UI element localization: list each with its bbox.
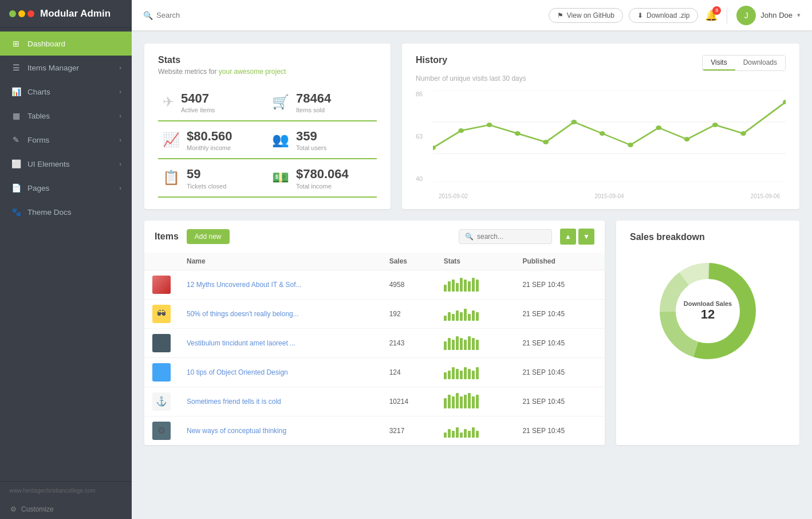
history-header: History Visits Downloads — [416, 55, 786, 71]
mini-bar — [448, 312, 451, 321]
sidebar-item-ui-elements[interactable]: ⬜ UI Elements › — [0, 152, 132, 176]
item-sales-cell: 4958 — [381, 270, 436, 299]
tab-visits[interactable]: Visits — [703, 56, 735, 70]
search-input[interactable] — [156, 11, 338, 19]
top-row: Stats Website metrics for your awesome p… — [144, 44, 799, 209]
item-link[interactable]: Sometimes friend tells it is cold — [187, 398, 281, 406]
sidebar-item-label: Forms — [27, 136, 49, 144]
col-thumb — [144, 253, 179, 270]
items-manager-icon: ☰ — [10, 63, 22, 72]
stat-value: 359 — [296, 129, 326, 143]
stat-active-items: ✈ 5407 Active items — [158, 86, 267, 121]
stats-subtitle-link[interactable]: your awesome project — [219, 68, 286, 76]
mini-bar — [468, 393, 471, 408]
item-link[interactable]: 50% of things doesn't really belong... — [187, 310, 299, 318]
ui-elements-icon: ⬜ — [10, 159, 22, 168]
sidebar-item-forms[interactable]: ✎ Forms › — [0, 128, 132, 152]
gear-icon: ⚙ — [10, 505, 17, 513]
ticket-icon: 📋 — [163, 170, 180, 186]
notification-badge: 8 — [712, 6, 721, 15]
stat-value: $80.560 — [187, 129, 232, 143]
item-thumbnail — [152, 334, 171, 352]
pages-icon: 📄 — [10, 183, 22, 192]
github-label: View on GitHub — [567, 11, 614, 19]
logo-circles — [9, 10, 34, 17]
item-link[interactable]: 10 tips of Object Oriented Design — [187, 368, 288, 376]
items-card: Items Add new 🔍 ▲ ▼ Name — [144, 221, 605, 445]
svg-point-14 — [712, 123, 718, 127]
x-label-3: 2015-09-06 — [751, 193, 780, 199]
mini-bar — [456, 336, 459, 350]
tab-downloads[interactable]: Downloads — [735, 56, 785, 70]
sales-card: Sales breakdown — [616, 221, 799, 445]
item-name-cell: 12 Myths Uncovered About IT & Sof... — [179, 270, 381, 299]
stat-label: Items sold — [296, 107, 331, 113]
item-sales-cell: 192 — [381, 299, 436, 328]
sort-desc-button[interactable]: ▼ — [578, 229, 594, 245]
logo-circle-green — [9, 10, 16, 17]
items-search-input[interactable] — [477, 233, 546, 241]
item-published-cell: 21 SEP 10:45 — [514, 357, 605, 387]
topbar-separator — [727, 7, 727, 23]
item-thumbnail: ⚓ — [152, 392, 171, 411]
item-link[interactable]: Vestibulum tincidunt amet laoreet ... — [187, 339, 295, 347]
col-published: Published — [514, 253, 605, 270]
logo-circle-yellow — [18, 10, 25, 17]
mini-bar — [444, 398, 447, 408]
sidebar: Modular Admin ⊞ Dashboard ☰ Items Manage… — [0, 0, 132, 519]
download-button[interactable]: ⬇ Download .zip — [629, 8, 698, 23]
svg-point-15 — [740, 131, 746, 136]
sidebar-item-pages[interactable]: 📄 Pages › — [0, 176, 132, 200]
y-label-low: 40 — [416, 175, 431, 182]
sort-asc-button[interactable]: ▲ — [560, 229, 576, 245]
sales-title: Sales breakdown — [630, 232, 786, 242]
sort-buttons: ▲ ▼ — [560, 229, 594, 245]
sidebar-item-items-manager[interactable]: ☰ Items Manager › — [0, 56, 132, 80]
svg-point-6 — [487, 123, 492, 127]
sidebar-logo: Modular Admin — [0, 0, 132, 28]
svg-point-11 — [628, 143, 633, 147]
item-name-cell: New ways of conceptual thinking — [179, 416, 381, 445]
mini-bar — [460, 338, 463, 350]
user-menu[interactable]: J John Doe ▾ — [736, 6, 801, 25]
chart-icon: 📈 — [163, 132, 180, 148]
add-new-button[interactable]: Add new — [187, 229, 230, 244]
chevron-right-icon: › — [119, 184, 121, 191]
mini-bar — [444, 316, 447, 321]
mini-bar — [452, 340, 455, 350]
item-thumbnail-cell — [144, 357, 179, 387]
stats-grid: ✈ 5407 Active items 🛒 78464 Items sold — [158, 86, 377, 200]
tables-icon: ▦ — [10, 111, 22, 120]
chevron-right-icon: › — [119, 88, 121, 95]
notifications-bell[interactable]: 🔔 8 — [705, 9, 718, 22]
history-title: History — [416, 55, 447, 65]
forms-icon: ✎ — [10, 135, 22, 144]
github-button[interactable]: ⚑ View on GitHub — [549, 8, 623, 23]
svg-point-12 — [656, 125, 661, 130]
mini-bar — [468, 314, 471, 321]
stat-value: $780.064 — [296, 167, 349, 181]
item-published-cell: 21 SEP 10:45 — [514, 416, 605, 445]
items-title: Items — [155, 231, 179, 242]
history-card: History Visits Downloads Number of uniqu… — [402, 44, 799, 209]
items-table: Name Sales Stats Published 12 Myths Unco… — [144, 253, 605, 445]
mini-chart — [444, 365, 507, 379]
sidebar-item-tables[interactable]: ▦ Tables › — [0, 104, 132, 128]
item-link[interactable]: 12 Myths Uncovered About IT & Sof... — [187, 281, 302, 289]
stats-title: Stats — [158, 55, 377, 65]
mini-bar — [456, 393, 459, 408]
stats-subtitle: Website metrics for your awesome project — [158, 68, 377, 76]
mini-bar — [448, 429, 451, 438]
sidebar-item-charts[interactable]: 📊 Charts › — [0, 80, 132, 104]
items-table-body: 12 Myths Uncovered About IT & Sof...4958… — [144, 270, 605, 445]
x-label-1: 2015-09-02 — [439, 193, 468, 199]
stats-card: Stats Website metrics for your awesome p… — [144, 44, 391, 209]
customize-button[interactable]: ⚙ Customize — [0, 500, 132, 519]
item-link[interactable]: New ways of conceptual thinking — [187, 427, 286, 435]
sidebar-item-dashboard[interactable]: ⊞ Dashboard — [0, 32, 132, 56]
search-box: 🔍 — [143, 11, 338, 20]
sidebar-item-theme-docs[interactable]: 🐾 Theme Docs — [0, 200, 132, 224]
chevron-right-icon: › — [119, 136, 121, 143]
sidebar-item-label: Tables — [27, 112, 50, 120]
x-label-2: 2015-09-04 — [594, 193, 624, 199]
